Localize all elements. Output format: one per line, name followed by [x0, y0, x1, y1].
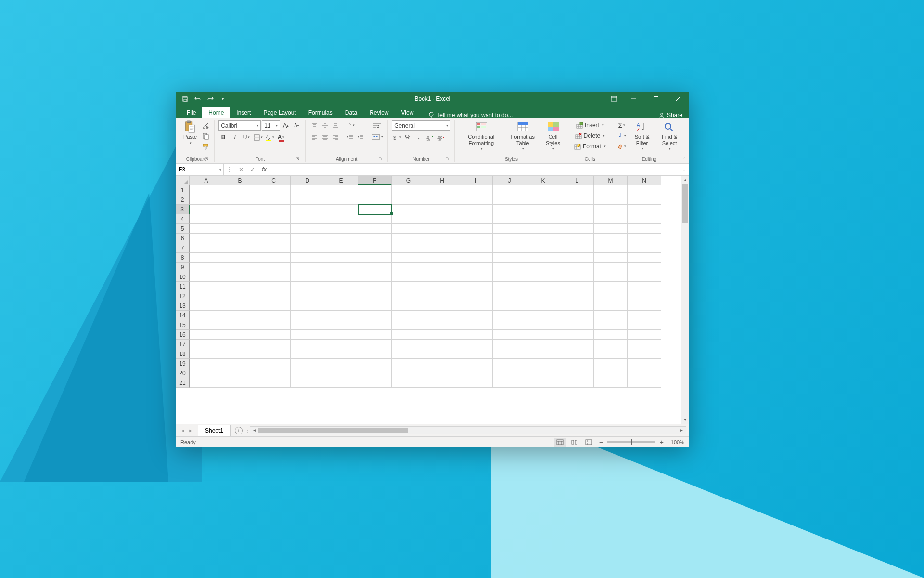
cell[interactable]: [560, 234, 594, 243]
cell[interactable]: [257, 234, 291, 243]
column-header[interactable]: A: [190, 176, 223, 185]
cell[interactable]: [459, 359, 493, 368]
cell[interactable]: [190, 205, 223, 214]
qat-customize-icon[interactable]: ▾: [219, 95, 227, 103]
cell[interactable]: [526, 253, 560, 263]
cell[interactable]: [594, 368, 628, 378]
row-header[interactable]: 11: [176, 282, 190, 291]
cell[interactable]: [257, 205, 291, 214]
row-header[interactable]: 9: [176, 263, 190, 272]
save-icon[interactable]: [181, 95, 189, 103]
cell[interactable]: [526, 349, 560, 359]
share-button[interactable]: Share: [659, 112, 682, 118]
cell[interactable]: [526, 330, 560, 340]
cell[interactable]: [358, 234, 392, 243]
cell[interactable]: [392, 214, 425, 224]
row-header[interactable]: 1: [176, 185, 190, 195]
sheet-next-button[interactable]: ►: [187, 427, 194, 434]
tab-data[interactable]: Data: [339, 107, 363, 118]
cell[interactable]: [291, 311, 324, 320]
cut-button[interactable]: [201, 120, 210, 130]
cell[interactable]: [459, 263, 493, 272]
cell[interactable]: [560, 301, 594, 311]
cell[interactable]: [493, 330, 526, 340]
cell[interactable]: [324, 282, 358, 291]
cell[interactable]: [190, 263, 223, 272]
cell[interactable]: [526, 291, 560, 301]
cell[interactable]: [425, 282, 459, 291]
cell[interactable]: [493, 291, 526, 301]
cell[interactable]: [190, 272, 223, 282]
cell[interactable]: [358, 320, 392, 330]
cell[interactable]: [223, 291, 257, 301]
cell[interactable]: [459, 214, 493, 224]
cell[interactable]: [459, 330, 493, 340]
cell[interactable]: [358, 378, 392, 388]
cell[interactable]: [594, 253, 628, 263]
cell[interactable]: [560, 243, 594, 253]
cell[interactable]: [291, 359, 324, 368]
cell[interactable]: [257, 368, 291, 378]
cell[interactable]: [459, 185, 493, 195]
cell[interactable]: [560, 359, 594, 368]
cell[interactable]: [628, 214, 661, 224]
cell[interactable]: [493, 320, 526, 330]
row-header[interactable]: 4: [176, 214, 190, 224]
clipboard-launcher[interactable]: [205, 157, 210, 162]
cell[interactable]: [392, 253, 425, 263]
cell[interactable]: [560, 340, 594, 349]
cell[interactable]: [526, 185, 560, 195]
cell[interactable]: [223, 359, 257, 368]
cell[interactable]: [223, 263, 257, 272]
cell[interactable]: [459, 272, 493, 282]
cell[interactable]: [493, 378, 526, 388]
cell[interactable]: [459, 195, 493, 205]
cell[interactable]: [459, 243, 493, 253]
cell[interactable]: [459, 224, 493, 234]
cell[interactable]: [628, 253, 661, 263]
maximize-button[interactable]: [645, 92, 667, 106]
cell[interactable]: [594, 205, 628, 214]
align-middle-button[interactable]: [320, 120, 330, 130]
cell[interactable]: [257, 320, 291, 330]
cell[interactable]: [560, 224, 594, 234]
collapse-ribbon-button[interactable]: ⌃: [682, 157, 686, 162]
tab-home[interactable]: Home: [202, 107, 230, 118]
cell[interactable]: [493, 263, 526, 272]
column-header[interactable]: J: [493, 176, 526, 185]
cell[interactable]: [560, 349, 594, 359]
cell[interactable]: [560, 368, 594, 378]
insert-function-button[interactable]: fx: [260, 166, 268, 173]
cell[interactable]: [358, 205, 392, 214]
cell[interactable]: [358, 185, 392, 195]
cell[interactable]: [324, 214, 358, 224]
borders-button[interactable]: ▾: [253, 132, 263, 142]
cell[interactable]: [223, 320, 257, 330]
cell[interactable]: [526, 320, 560, 330]
cell[interactable]: [223, 195, 257, 205]
cell[interactable]: [526, 224, 560, 234]
cell[interactable]: [628, 340, 661, 349]
cell[interactable]: [493, 195, 526, 205]
cell[interactable]: [324, 349, 358, 359]
cell[interactable]: [594, 291, 628, 301]
cell[interactable]: [190, 224, 223, 234]
cell[interactable]: [493, 224, 526, 234]
cell[interactable]: [190, 320, 223, 330]
cell[interactable]: [459, 378, 493, 388]
redo-icon[interactable]: [206, 95, 214, 103]
tab-insert[interactable]: Insert: [230, 107, 257, 118]
cell[interactable]: [257, 253, 291, 263]
enter-formula-button[interactable]: ✓: [249, 166, 257, 173]
cell[interactable]: [392, 378, 425, 388]
copy-button[interactable]: [201, 131, 210, 141]
cell[interactable]: [425, 320, 459, 330]
cell[interactable]: [526, 234, 560, 243]
expand-formula-bar-button[interactable]: ⌄: [680, 164, 689, 175]
fill-button[interactable]: ▾: [616, 131, 628, 141]
cell[interactable]: [425, 272, 459, 282]
cell[interactable]: [425, 205, 459, 214]
cell[interactable]: [257, 263, 291, 272]
cell[interactable]: [324, 340, 358, 349]
cell[interactable]: [324, 253, 358, 263]
